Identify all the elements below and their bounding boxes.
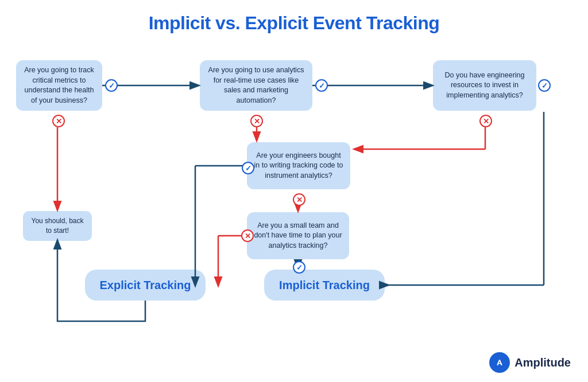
amplitude-logo: A Amplitude	[489, 352, 571, 373]
check-icon-3: ✓	[242, 162, 254, 174]
implicit-tracking-box: Implicit Tracking	[264, 270, 385, 301]
amplitude-icon: A	[489, 352, 510, 373]
x-icon-2: ✕	[250, 115, 263, 127]
x-icon-5: ✕	[241, 229, 254, 242]
decision-box-3: Do you have engineering resources to inv…	[433, 60, 536, 111]
page-title: Implicit vs. Explicit Event Tracking	[0, 0, 588, 40]
x-icon-1: ✕	[52, 115, 65, 127]
check-icon-4: ✓	[293, 261, 305, 274]
check-icon-2: ✓	[315, 79, 328, 92]
decision-box-5: Are you a small team and don't have time…	[247, 212, 349, 259]
back-start-box: You should, back to start!	[23, 211, 92, 241]
x-icon-3: ✕	[479, 115, 492, 127]
x-icon-4: ✕	[293, 193, 305, 206]
decision-box-4: Are your engineers bought in to writing …	[247, 142, 350, 189]
svg-text:A: A	[497, 358, 503, 367]
amplitude-name: Amplitude	[514, 356, 571, 369]
decision-box-2: Are you going to use analytics for real-…	[200, 60, 312, 111]
check-icon-5: ✓	[538, 79, 551, 92]
check-icon-1: ✓	[105, 79, 118, 92]
explicit-tracking-box: Explicit Tracking	[85, 270, 206, 301]
arrows-svg	[0, 0, 588, 382]
page-container: Implicit vs. Explicit Event Tracking Are…	[0, 0, 588, 382]
decision-box-1: Are you going to track critical metrics …	[16, 60, 102, 111]
